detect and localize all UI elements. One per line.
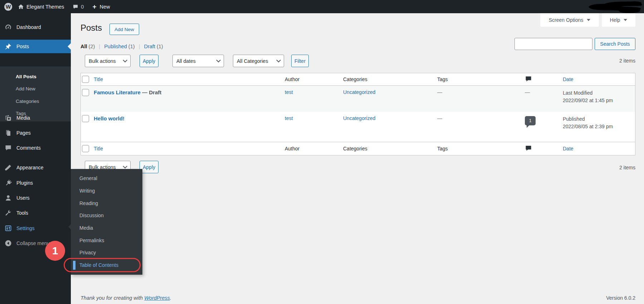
flyout-item-label: Table of Contents <box>79 262 118 268</box>
pushpin-icon <box>4 43 12 50</box>
sidebar-item-tools[interactable]: Tools <box>0 206 71 220</box>
sidebar-item-pages[interactable]: Pages <box>0 126 71 140</box>
user-icon <box>4 194 12 201</box>
table-row: Hello world! test Uncategorized — 1 Publ… <box>81 112 635 142</box>
sidebar-item-label: Posts <box>16 44 29 49</box>
chevron-down-icon <box>123 164 127 169</box>
apply-button[interactable]: Apply <box>140 55 158 67</box>
search-posts-input[interactable] <box>514 38 592 50</box>
footer-version: Version 6.0.2 <box>606 295 635 301</box>
posts-table: Title Author Categories Tags Date Famous… <box>80 73 635 155</box>
sort-date-header[interactable]: Date <box>563 146 574 151</box>
items-count: 2 items <box>619 58 635 64</box>
new-label: New <box>100 4 110 10</box>
add-new-button[interactable]: Add New <box>109 24 139 35</box>
bulk-actions-select[interactable]: Bulk actions <box>85 55 131 67</box>
comments-column-icon <box>525 75 563 84</box>
author-link[interactable]: test <box>285 115 293 121</box>
comments-column-icon <box>525 145 563 153</box>
flyout-item-privacy[interactable]: Privacy <box>71 246 142 259</box>
post-title-link[interactable]: Famous Literature <box>94 89 141 95</box>
new-content-menu[interactable]: + New <box>88 0 114 13</box>
search-posts-button[interactable]: Search Posts <box>595 38 635 50</box>
all-categories-select[interactable]: All Categories <box>233 55 284 67</box>
tags-value: — <box>437 112 525 121</box>
view-published-count: (1) <box>128 44 135 49</box>
settings-flyout-menu: General Writing Reading Discussion Media… <box>71 169 142 275</box>
site-name-label: Elegant Themes <box>26 4 64 10</box>
view-draft-count: (1) <box>157 44 163 49</box>
flyout-item-writing[interactable]: Writing <box>71 185 142 197</box>
admin-bar: W Elegant Themes 0 + New <box>0 0 644 13</box>
thanks-text: Thank you for creating with <box>80 295 144 301</box>
view-all-link[interactable]: All <box>80 44 87 49</box>
view-published-link[interactable]: Published <box>104 44 127 49</box>
view-draft-link[interactable]: Draft <box>144 44 155 49</box>
sort-title-header[interactable]: Title <box>94 76 103 82</box>
submenu-item-categories[interactable]: Categories <box>0 95 71 108</box>
page-title: Posts <box>80 23 102 33</box>
all-dates-value: All dates <box>176 58 196 64</box>
flyout-item-media[interactable]: Media <box>71 222 142 234</box>
category-link[interactable]: Uncategorized <box>343 89 375 95</box>
submenu-item-all-posts[interactable]: All Posts <box>0 70 71 83</box>
sidebar-item-label: Dashboard <box>16 24 41 30</box>
redaction-scribble <box>585 0 644 16</box>
wordpress-link[interactable]: WordPress <box>144 295 170 301</box>
sidebar-item-dashboard[interactable]: Dashboard <box>0 20 71 34</box>
date-cell: Last Modified 2022/09/02 at 1:45 pm <box>563 86 635 104</box>
flyout-item-general[interactable]: General <box>71 172 142 185</box>
sidebar-item-comments[interactable]: Comments <box>0 141 71 155</box>
chevron-down-icon <box>276 58 281 63</box>
select-all-checkbox[interactable] <box>82 145 89 152</box>
sidebar-item-label: Tools <box>16 210 28 216</box>
sort-date-header[interactable]: Date <box>563 76 574 82</box>
plus-icon: + <box>92 3 96 10</box>
select-all-checkbox[interactable] <box>82 76 89 83</box>
tags-header: Tags <box>437 76 525 82</box>
sidebar-item-label: Comments <box>16 145 41 151</box>
help-label: Help <box>610 17 620 23</box>
flyout-item-permalinks[interactable]: Permalinks <box>71 234 142 246</box>
row-checkbox[interactable] <box>82 115 89 122</box>
wordpress-logo-icon: W <box>4 3 12 11</box>
sidebar-item-media[interactable]: Media <box>0 111 71 125</box>
submenu-item-add-new[interactable]: Add New <box>0 83 71 95</box>
sidebar-item-posts[interactable]: Posts <box>0 40 71 53</box>
row-checkbox[interactable] <box>82 89 89 96</box>
sidebar-item-settings[interactable]: Settings <box>0 221 71 235</box>
category-link[interactable]: Uncategorized <box>343 115 375 121</box>
all-dates-select[interactable]: All dates <box>172 55 224 67</box>
table-footer-header-row: Title Author Categories Tags Date <box>81 142 635 155</box>
filter-button[interactable]: Filter <box>291 55 309 67</box>
sort-title-header[interactable]: Title <box>94 146 103 151</box>
flyout-item-table-of-contents[interactable]: Table of Contents <box>71 259 142 271</box>
date-cell: Published 2022/08/05 at 2:39 pm <box>563 112 635 130</box>
admin-sidebar: Dashboard Posts All Posts Add New Catego… <box>0 13 71 304</box>
chevron-down-icon <box>123 58 127 63</box>
flyout-item-discussion[interactable]: Discussion <box>71 209 142 222</box>
sidebar-item-appearance[interactable]: Appearance <box>0 160 71 175</box>
pages-icon <box>4 129 12 136</box>
dashboard-icon <box>4 24 12 31</box>
site-name-link[interactable]: Elegant Themes <box>14 0 68 13</box>
sidebar-item-label: Users <box>16 195 30 201</box>
annotation-step-badge: 1 <box>45 241 65 261</box>
sidebar-item-users[interactable]: Users <box>0 191 71 205</box>
sidebar-item-plugins[interactable]: Plugins <box>0 176 71 190</box>
post-title-link[interactable]: Hello world! <box>94 115 125 121</box>
comment-count-bubble[interactable]: 1 <box>525 116 536 125</box>
post-state: — Draft <box>141 89 161 95</box>
sidebar-item-label: Collapse menu <box>16 240 50 246</box>
wp-logo-menu[interactable]: W <box>0 0 14 13</box>
sidebar-item-label: Pages <box>16 130 31 136</box>
admin-bar-comments[interactable]: 0 <box>68 0 88 13</box>
table-row: Famous Literature — Draft test Uncategor… <box>81 86 635 112</box>
sidebar-item-label: Settings <box>16 225 35 231</box>
thanks-period: . <box>170 295 171 301</box>
settings-sliders-icon <box>4 225 12 232</box>
view-all-count: (2) <box>89 44 95 49</box>
flyout-item-reading[interactable]: Reading <box>71 197 142 209</box>
comments-bubble-icon <box>73 4 78 10</box>
author-link[interactable]: test <box>285 89 293 95</box>
